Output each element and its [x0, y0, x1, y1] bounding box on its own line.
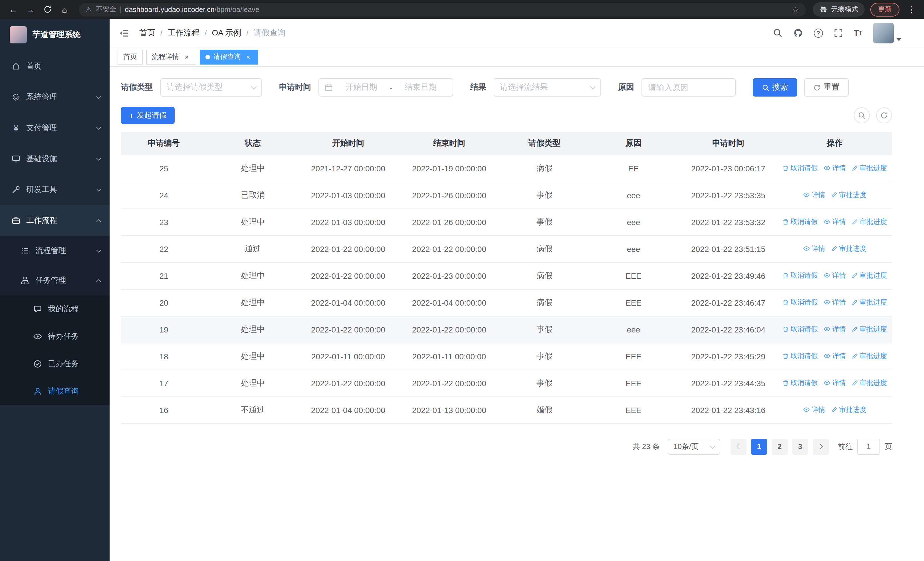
- font-size-icon[interactable]: TT: [854, 29, 862, 37]
- search-button[interactable]: 搜索: [753, 78, 797, 96]
- leave-type-select[interactable]: 请选择请假类型: [160, 78, 262, 96]
- progress-link[interactable]: 审批进度: [831, 405, 866, 415]
- cell-start-time: 2022-01-22 00:00:00: [299, 235, 397, 262]
- row-actions: 取消请假详情审批进度: [777, 289, 892, 316]
- breadcrumb-item[interactable]: OA 示例: [212, 28, 242, 38]
- search-icon[interactable]: [772, 28, 782, 38]
- cell-end-time: 2022-01-26 00:00:00: [397, 209, 501, 235]
- cell-request-id: 25: [121, 155, 207, 182]
- cancel-link[interactable]: 取消请假: [783, 325, 818, 334]
- col-end-time: 结束时间: [397, 132, 501, 155]
- detail-link[interactable]: 详情: [824, 298, 846, 307]
- sidebar-item-task-management[interactable]: 任务管理: [0, 266, 110, 295]
- cell-status: 不通过: [207, 397, 299, 423]
- sidebar-fold-icon[interactable]: [119, 28, 129, 38]
- page-button-2[interactable]: 2: [772, 438, 788, 454]
- page-button-3[interactable]: 3: [792, 438, 808, 454]
- sidebar-item-workflow[interactable]: 工作流程: [0, 205, 110, 236]
- sidebar-item-process-management[interactable]: 流程管理: [0, 236, 110, 266]
- progress-link[interactable]: 审批进度: [852, 164, 887, 173]
- sidebar-item-system[interactable]: 系统管理: [0, 82, 110, 113]
- close-icon[interactable]: ×: [244, 53, 252, 61]
- sidebar-item-devtools[interactable]: 研发工具: [0, 174, 110, 205]
- refresh-table-icon[interactable]: [876, 107, 892, 123]
- result-select[interactable]: 请选择流结果: [494, 78, 601, 96]
- close-icon[interactable]: ×: [183, 53, 190, 61]
- url-text: dashboard.yudao.iocoder.cn/bpm/oa/leave: [125, 5, 260, 14]
- detail-link[interactable]: 详情: [824, 217, 846, 227]
- browser-menu-icon[interactable]: ⋮: [905, 4, 918, 15]
- detail-link[interactable]: 详情: [824, 271, 846, 281]
- address-bar[interactable]: ⚠ 不安全 dashboard.yudao.iocoder.cn/bpm/oa/…: [79, 3, 806, 16]
- detail-link[interactable]: 详情: [824, 378, 846, 388]
- goto-page-input[interactable]: [857, 438, 880, 454]
- toggle-search-icon[interactable]: [854, 107, 870, 123]
- progress-link[interactable]: 审批进度: [852, 325, 887, 334]
- page-size-select[interactable]: 10条/页: [668, 438, 720, 454]
- fullscreen-icon[interactable]: [834, 28, 843, 38]
- edit-icon: [852, 273, 858, 279]
- pagination: 共 23 条 10条/页 1 2 3 前往 页: [121, 438, 892, 454]
- edit-icon: [852, 219, 858, 226]
- progress-link[interactable]: 审批进度: [852, 352, 887, 361]
- chevron-down-icon: [251, 84, 256, 89]
- reset-button[interactable]: 重置: [804, 78, 849, 96]
- start-date-placeholder[interactable]: 开始日期: [335, 82, 387, 93]
- progress-link[interactable]: 审批进度: [831, 244, 866, 254]
- progress-link[interactable]: 审批进度: [852, 298, 887, 308]
- tab-process-detail[interactable]: 流程详情 ×: [146, 50, 196, 64]
- create-leave-button[interactable]: + 发起请假: [121, 107, 175, 124]
- apply-time-range-picker[interactable]: 开始日期 - 结束日期: [318, 78, 453, 96]
- tab-home[interactable]: 首页: [118, 50, 142, 64]
- help-icon[interactable]: ?: [814, 28, 823, 38]
- cancel-link[interactable]: 取消请假: [783, 298, 818, 308]
- detail-link[interactable]: 详情: [824, 325, 846, 334]
- detail-link[interactable]: 详情: [803, 244, 825, 254]
- reload-icon[interactable]: [40, 2, 55, 17]
- detail-link[interactable]: 详情: [803, 405, 825, 415]
- tab-leave-query[interactable]: 请假查询 ×: [200, 50, 258, 64]
- cell-apply-time: 2022-01-22 23:46:47: [679, 289, 777, 316]
- cancel-link[interactable]: 取消请假: [783, 352, 818, 361]
- breadcrumb-item[interactable]: 首页: [139, 28, 155, 38]
- next-page-button[interactable]: [813, 438, 829, 454]
- progress-link[interactable]: 审批进度: [852, 271, 887, 281]
- reason-input[interactable]: [642, 78, 736, 96]
- progress-link[interactable]: 审批进度: [852, 379, 887, 388]
- sidebar-item-home[interactable]: 首页: [0, 51, 110, 82]
- detail-link[interactable]: 详情: [824, 163, 846, 173]
- sidebar-item-todo-tasks[interactable]: 待办任务: [0, 323, 110, 350]
- detail-link[interactable]: 详情: [803, 190, 825, 200]
- cancel-link[interactable]: 取消请假: [783, 217, 818, 227]
- sidebar-item-leave-query[interactable]: 请假查询: [0, 378, 110, 405]
- cancel-link[interactable]: 取消请假: [783, 164, 818, 173]
- avatar: [873, 23, 894, 43]
- update-button[interactable]: 更新: [870, 3, 900, 16]
- sidebar-item-payment[interactable]: ¥ 支付管理: [0, 113, 110, 143]
- bookmark-star-icon[interactable]: ☆: [792, 5, 799, 14]
- result-label: 结果: [470, 82, 486, 93]
- back-icon[interactable]: ←: [6, 2, 21, 17]
- progress-link[interactable]: 审批进度: [831, 191, 866, 200]
- cell-apply-time: 2022-01-22 23:51:15: [679, 235, 777, 262]
- table-toolbar: + 发起请假: [121, 107, 892, 124]
- cancel-link[interactable]: 取消请假: [783, 379, 818, 388]
- prev-page-button[interactable]: [730, 438, 747, 454]
- sidebar-item-my-process[interactable]: 我的流程: [0, 295, 110, 323]
- sidebar-item-done-tasks[interactable]: 已办任务: [0, 350, 110, 378]
- breadcrumb-item[interactable]: 工作流程: [168, 28, 200, 38]
- cell-request-id: 18: [121, 343, 207, 370]
- github-icon[interactable]: [793, 28, 803, 38]
- cancel-link[interactable]: 取消请假: [783, 271, 818, 281]
- user-menu[interactable]: [873, 23, 901, 43]
- forward-icon[interactable]: →: [23, 2, 38, 17]
- sidebar-item-infrastructure[interactable]: 基础设施: [0, 143, 110, 174]
- progress-link[interactable]: 审批进度: [852, 217, 887, 227]
- page-button-1[interactable]: 1: [751, 438, 767, 454]
- detail-link[interactable]: 详情: [824, 351, 846, 361]
- browser-home-icon[interactable]: ⌂: [57, 2, 72, 17]
- end-date-placeholder[interactable]: 结束日期: [394, 82, 447, 93]
- cell-request-id: 22: [121, 235, 207, 262]
- cell-reason: EEE: [588, 262, 679, 289]
- cell-apply-time: 2022-01-22 23:44:35: [679, 370, 777, 397]
